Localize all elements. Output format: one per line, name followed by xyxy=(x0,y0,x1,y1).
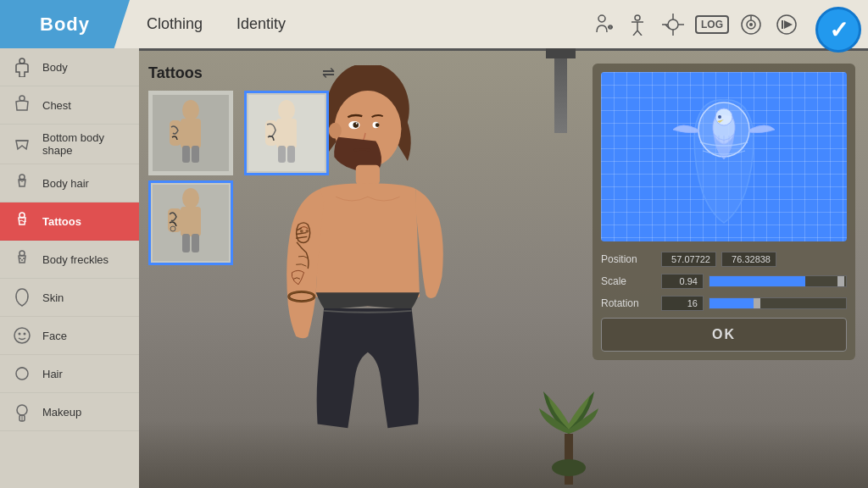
face-label: Face xyxy=(42,330,67,342)
body-hair-icon xyxy=(10,171,34,195)
body-label: Body xyxy=(42,61,68,74)
svg-rect-51 xyxy=(192,234,199,252)
scale-label: Scale xyxy=(601,275,656,287)
rotation-slider-thumb[interactable] xyxy=(754,298,760,308)
makeup-label: Makeup xyxy=(42,406,81,419)
checkmark-icon: ✓ xyxy=(829,16,849,44)
sidebar-item-body[interactable]: Body xyxy=(0,48,139,86)
body-tab-label: Body xyxy=(40,14,90,36)
clothing-tab[interactable]: Clothing xyxy=(130,15,220,33)
body-icon xyxy=(10,55,34,79)
body-settings-icon[interactable] xyxy=(588,11,615,38)
skin-label: Skin xyxy=(42,291,64,304)
tattoo-grid xyxy=(148,91,335,265)
svg-point-3 xyxy=(635,15,640,20)
sidebar-item-skin[interactable]: Skin xyxy=(0,279,139,317)
svg-point-27 xyxy=(19,333,21,336)
scale-slider-thumb[interactable] xyxy=(837,276,844,286)
sidebar-item-chest[interactable]: Chest xyxy=(0,86,139,125)
sidebar-item-hair[interactable]: Hair xyxy=(0,355,139,393)
confirm-button[interactable]: ✓ xyxy=(815,7,861,53)
svg-point-56 xyxy=(353,122,359,128)
body-tab[interactable]: Body xyxy=(0,0,130,48)
freckles-label: Body freckles xyxy=(42,253,108,266)
svg-rect-41 xyxy=(276,119,297,148)
figure-icon[interactable] xyxy=(624,11,651,38)
rotation-slider[interactable] xyxy=(709,297,847,309)
ok-button[interactable]: OK xyxy=(601,318,847,352)
svg-rect-60 xyxy=(356,164,380,185)
svg-point-66 xyxy=(552,459,586,476)
tattoos-icon xyxy=(10,209,34,233)
studio-light-head xyxy=(546,48,576,58)
svg-rect-43 xyxy=(278,146,286,163)
preview-image xyxy=(601,72,847,241)
scale-slider[interactable] xyxy=(709,275,847,287)
rotation-control: Rotation xyxy=(601,296,847,311)
log-badge[interactable]: LOG xyxy=(695,15,729,34)
svg-point-46 xyxy=(182,188,199,208)
svg-point-24 xyxy=(23,258,25,259)
music-icon[interactable] xyxy=(737,11,765,38)
ok-label: OK xyxy=(712,327,736,341)
tattoo-item-1[interactable] xyxy=(148,91,233,175)
sidebar-item-tattoos[interactable]: Tattoos xyxy=(0,202,139,241)
rotation-label: Rotation xyxy=(601,297,656,309)
hair-label: Hair xyxy=(42,368,63,380)
svg-point-12 xyxy=(749,23,753,26)
plant xyxy=(539,366,598,488)
rotation-slider-fill xyxy=(709,298,757,308)
tattoo-item-3[interactable] xyxy=(148,180,233,265)
crosshair-icon[interactable] xyxy=(659,11,687,38)
svg-point-23 xyxy=(19,258,21,259)
svg-rect-47 xyxy=(181,207,201,236)
svg-point-30 xyxy=(17,405,27,415)
scale-input[interactable] xyxy=(661,274,704,289)
svg-rect-37 xyxy=(182,146,190,163)
tattoo-panel-title: Tattoos xyxy=(148,64,203,82)
position-x-input[interactable] xyxy=(661,252,716,267)
svg-point-17 xyxy=(19,58,25,64)
position-y-input[interactable] xyxy=(721,252,776,267)
skin-icon xyxy=(10,286,34,309)
sidebar: Body Chest Bottom body shape Body h xyxy=(0,48,139,488)
svg-point-40 xyxy=(278,100,295,120)
tattoo-item-2[interactable] xyxy=(244,91,329,175)
scale-control: Scale xyxy=(601,274,847,289)
svg-point-26 xyxy=(14,328,30,343)
hair-icon xyxy=(10,362,34,385)
svg-rect-50 xyxy=(182,234,190,252)
svg-point-25 xyxy=(21,259,23,261)
sidebar-item-body-hair[interactable]: Body hair xyxy=(0,164,139,202)
sidebar-item-bottom-body[interactable]: Bottom body shape xyxy=(0,125,139,164)
play-icon[interactable] xyxy=(773,11,800,38)
bottom-body-icon xyxy=(10,132,34,156)
right-panel: Position Scale Rotation OK xyxy=(593,64,855,360)
body-hair-label: Body hair xyxy=(42,177,89,190)
makeup-icon xyxy=(10,400,34,424)
svg-marker-15 xyxy=(784,20,793,29)
freckles-icon xyxy=(10,247,34,271)
tattoos-label: Tattoos xyxy=(42,215,81,228)
tattoo-panel: Tattoos ⇌ xyxy=(148,64,335,265)
sidebar-item-makeup[interactable]: Makeup xyxy=(0,393,139,431)
rotation-input[interactable] xyxy=(661,296,704,311)
svg-rect-44 xyxy=(287,146,295,163)
svg-point-69 xyxy=(718,115,721,119)
position-label: Position xyxy=(601,253,656,265)
identity-tab[interactable]: Identity xyxy=(220,15,303,33)
svg-point-34 xyxy=(182,100,199,120)
shuffle-button[interactable]: ⇌ xyxy=(322,64,335,82)
svg-rect-38 xyxy=(192,146,199,163)
scale-slider-fill xyxy=(709,276,805,286)
sidebar-item-face[interactable]: Face xyxy=(0,317,139,355)
chest-label: Chest xyxy=(42,99,71,112)
chest-icon xyxy=(10,93,34,117)
tattoo-panel-header: Tattoos ⇌ xyxy=(148,64,335,82)
bottom-body-label: Bottom body shape xyxy=(42,131,129,157)
svg-point-59 xyxy=(376,123,380,127)
position-control: Position xyxy=(601,252,847,267)
svg-point-28 xyxy=(24,333,26,336)
sidebar-item-freckles[interactable]: Body freckles xyxy=(0,241,139,279)
svg-rect-35 xyxy=(181,119,201,148)
